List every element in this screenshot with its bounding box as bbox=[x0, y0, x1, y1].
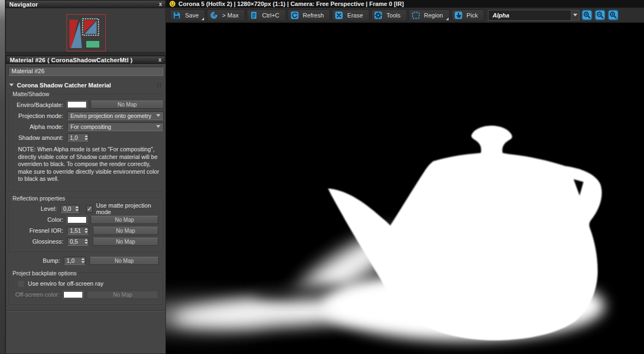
use-enviro-offscreen-checkbox bbox=[17, 280, 25, 287]
spinner-arrows-icon[interactable] bbox=[84, 135, 88, 140]
pick-label: Pick bbox=[467, 12, 478, 19]
enviro-backplate-color-swatch[interactable] bbox=[67, 101, 87, 108]
vfb-statusbar: Corona 5 (Hotfix 2) | 1280×720px (1:1) |… bbox=[166, 0, 644, 8]
matte-shadow-legend: Matte/Shadow bbox=[11, 91, 51, 97]
copy-document-icon bbox=[249, 11, 258, 20]
dropdown-corner-icon bbox=[446, 17, 449, 20]
smiley-status-icon bbox=[169, 1, 176, 7]
bump-row: Bump: 1,0 No Map bbox=[13, 257, 159, 265]
enviro-backplate-label: Enviro/Backplate: bbox=[13, 102, 63, 108]
reflection-group: Reflection properties Level: 0,0 ✓ Use m… bbox=[9, 195, 163, 252]
copy-button[interactable]: Ctrl+C bbox=[247, 9, 285, 21]
channel-select-arrow-button[interactable] bbox=[571, 10, 579, 20]
region-marquee-icon bbox=[412, 11, 420, 20]
tools-button[interactable]: Tools bbox=[371, 9, 407, 21]
rollout-end-divider bbox=[6, 310, 165, 311]
use-matte-projection-label: Use matte projection mode bbox=[96, 202, 158, 215]
reflection-color-row: Color: No Map bbox=[13, 216, 158, 224]
offscreen-color-map-button: No Map bbox=[87, 291, 158, 299]
render-info-text: Corona 5 (Hotfix 2) | 1280×720px (1:1) |… bbox=[178, 1, 404, 7]
enviro-backplate-map-button[interactable]: No Map bbox=[91, 101, 164, 109]
material-titlebar[interactable]: Material #26 ( CoronaShadowCatcherMtl ) … bbox=[6, 56, 165, 64]
reflection-color-map-button[interactable]: No Map bbox=[91, 216, 158, 224]
bump-value: 1,0 bbox=[67, 257, 80, 264]
reflection-legend: Reflection properties bbox=[11, 195, 67, 202]
rollout-header[interactable]: Corona Shadow Catcher Material bbox=[9, 81, 162, 89]
offscreen-ray-row: Use enviro for off-screen ray bbox=[13, 280, 158, 288]
send-to-max-label: > Max bbox=[222, 12, 238, 19]
fresnel-ior-row: Fresnel IOR: 1,51 No Map bbox=[13, 227, 158, 235]
navigator-canvas[interactable] bbox=[5, 8, 166, 52]
glossiness-map-button[interactable]: No Map bbox=[93, 238, 158, 246]
use-matte-projection-checkbox[interactable]: ✓ bbox=[86, 205, 93, 213]
projection-mode-label: Projection mode: bbox=[13, 113, 63, 119]
zoom-out-icon bbox=[595, 10, 605, 20]
rollout-title: Corona Shadow Catcher Material bbox=[17, 82, 111, 88]
material-parameters-panel: Material #26 ( CoronaShadowCatcherMtl ) … bbox=[5, 55, 166, 354]
dropdown-corner-icon bbox=[201, 17, 204, 20]
gear-icon bbox=[374, 11, 383, 20]
erase-button[interactable]: Erase bbox=[332, 9, 369, 21]
copy-label: Ctrl+C bbox=[262, 12, 279, 19]
backplate-options-legend: Project backplate options bbox=[11, 270, 78, 276]
chevron-down-icon bbox=[573, 14, 577, 16]
spinner-arrows-icon[interactable] bbox=[84, 228, 88, 233]
offscreen-color-swatch bbox=[63, 291, 83, 298]
alpha-mode-row: Alpha mode: For compositing bbox=[13, 122, 164, 131]
alpha-mode-select[interactable]: For compositing bbox=[67, 122, 164, 131]
send-to-max-button[interactable]: > Max bbox=[207, 9, 245, 21]
spinner-arrows-icon[interactable] bbox=[74, 206, 79, 211]
region-button[interactable]: Region bbox=[409, 9, 450, 21]
bump-spinner[interactable]: 1,0 bbox=[64, 257, 86, 265]
zoom-reset-icon bbox=[608, 10, 618, 20]
refresh-icon bbox=[290, 11, 299, 20]
material-name-field[interactable]: Material #26 bbox=[8, 67, 163, 76]
save-label: Save bbox=[185, 12, 199, 19]
shadow-amount-spinner[interactable]: 1,0 bbox=[67, 133, 89, 141]
zoom-reset-button[interactable] bbox=[607, 9, 619, 21]
dock-edge-strip bbox=[0, 0, 5, 354]
compositing-note: NOTE: When Alpha mode is set to "For com… bbox=[18, 146, 164, 183]
save-button[interactable]: Save bbox=[170, 9, 205, 21]
fresnel-ior-map-button[interactable]: No Map bbox=[93, 227, 158, 235]
bump-map-button[interactable]: No Map bbox=[90, 257, 159, 265]
channel-select[interactable]: Alpha bbox=[488, 10, 580, 21]
glossiness-value: 0,5 bbox=[70, 238, 84, 245]
enviro-backplate-row: Enviro/Backplate: No Map bbox=[13, 101, 164, 109]
projection-mode-value: Enviro projection onto geometry bbox=[70, 113, 151, 119]
offscreen-color-label: Off-screen color: bbox=[13, 291, 59, 298]
erase-label: Erase bbox=[347, 12, 363, 19]
refresh-button[interactable]: Refresh bbox=[288, 9, 331, 21]
fresnel-ior-value: 1,51 bbox=[70, 227, 84, 234]
render-viewport[interactable] bbox=[166, 23, 644, 354]
material-panel-body: Material #26 Corona Shadow Catcher Mater… bbox=[6, 64, 165, 353]
offscreen-color-row: Off-screen color: No Map bbox=[13, 291, 158, 299]
spinner-arrows-icon[interactable] bbox=[84, 239, 88, 244]
glossiness-row: Glossiness: 0,5 No Map bbox=[13, 238, 158, 246]
material-node-thumbnail[interactable] bbox=[67, 14, 106, 51]
alpha-mode-label: Alpha mode: bbox=[13, 123, 63, 130]
corona-spiral-icon bbox=[210, 11, 218, 20]
projection-mode-select[interactable]: Enviro projection onto geometry bbox=[67, 111, 164, 120]
erase-x-icon bbox=[335, 11, 343, 20]
zoom-in-button[interactable] bbox=[581, 9, 593, 21]
zoom-out-button[interactable] bbox=[594, 9, 606, 21]
region-label: Region bbox=[424, 12, 443, 19]
navigator-titlebar[interactable]: Navigator x bbox=[5, 0, 166, 8]
level-value: 0,0 bbox=[63, 205, 75, 212]
level-spinner[interactable]: 0,0 bbox=[61, 205, 80, 213]
zoom-in-icon bbox=[582, 10, 592, 20]
rollout-collapse-icon bbox=[9, 84, 14, 86]
reflection-color-swatch[interactable] bbox=[67, 216, 87, 223]
fresnel-ior-spinner[interactable]: 1,51 bbox=[67, 227, 89, 235]
glossiness-label: Glossiness: bbox=[13, 238, 63, 245]
pick-button[interactable]: Pick bbox=[451, 9, 485, 21]
fresnel-ior-label: Fresnel IOR: bbox=[13, 227, 63, 234]
floppy-save-icon bbox=[172, 11, 181, 20]
glossiness-spinner[interactable]: 0,5 bbox=[67, 238, 89, 246]
channel-select-value: Alpha bbox=[488, 12, 571, 19]
close-icon[interactable]: x bbox=[159, 2, 162, 7]
spinner-arrows-icon[interactable] bbox=[80, 258, 85, 263]
close-icon[interactable]: x bbox=[158, 57, 162, 63]
shadow-amount-label: Shadow amount: bbox=[13, 134, 63, 141]
